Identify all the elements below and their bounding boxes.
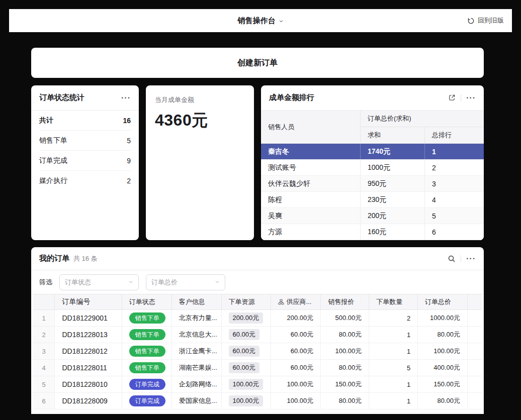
spacer-cell [468, 343, 482, 359]
order-qty: 1 [369, 327, 418, 343]
status-count: 5 [127, 137, 131, 145]
orders-table: 订单编号 订单状态 客户信息 下单资源 供应商... 销售报价 下单数量 订单总… [33, 294, 482, 409]
order-table-row[interactable]: 3 DD181228012 销售下单 浙江金鹰卡... 60.00元 60.00… [33, 343, 482, 360]
resource-pill: 100.00元 [229, 379, 264, 390]
col-resource[interactable]: 下单资源 [222, 294, 272, 309]
order-sum: 160元 [361, 224, 425, 240]
col-supplier[interactable]: 供应商... [271, 294, 321, 309]
status-badge: 订单完成 [129, 379, 165, 390]
col-status[interactable]: 订单状态 [122, 294, 172, 309]
ranking-row[interactable]: 秦吉冬 1740元 1 [261, 144, 484, 160]
status-cell: 销售下单 [122, 327, 172, 343]
resource-cell: 200.00元 [222, 310, 272, 326]
status-label: 销售下单 [39, 136, 67, 145]
row-index: 1 [33, 310, 55, 326]
customer-info: 企划路网络... [172, 376, 222, 392]
col-supplier-label: 供应商... [286, 297, 311, 306]
sales-quote: 80.00元 [321, 393, 369, 409]
ranking-table-header: 销售人员 订单总价(求和) 求和 总排行 [261, 111, 484, 144]
more-menu-icon[interactable]: ··· [466, 255, 476, 263]
month-amount-value: 4360元 [155, 110, 245, 132]
ranking-row[interactable]: 伙伴云魏少轩 950元 3 [261, 176, 484, 192]
order-table-row[interactable]: 5 DD181228010 订单完成 企划路网络... 100.00元 100.… [33, 376, 482, 393]
create-order-label: 创建新订单 [237, 58, 278, 68]
export-icon[interactable] [448, 94, 456, 101]
order-table-row[interactable]: 1 DD181229001 销售下单 北京有力量... 200.00元 200.… [33, 310, 482, 327]
status-card-header: 订单状态统计 ··· [31, 85, 139, 111]
create-order-button[interactable]: 创建新订单 [31, 48, 484, 78]
order-table-row[interactable]: 2 DD181228013 销售下单 北京信息大... 60.00元 60.00… [33, 327, 482, 343]
col-customer[interactable]: 客户信息 [172, 294, 222, 309]
more-menu-icon[interactable]: ··· [466, 94, 476, 102]
rank-value: 1 [425, 144, 484, 159]
app-title-dropdown[interactable]: 销售操作台 [238, 16, 284, 26]
supplier-quote: 60.00元 [271, 360, 321, 376]
spacer-cell [468, 327, 482, 343]
more-menu-icon[interactable]: ··· [121, 94, 131, 102]
row-index: 5 [33, 376, 55, 392]
order-qty: 2 [369, 310, 418, 326]
order-sum: 1000元 [361, 160, 425, 175]
order-number: DD181228011 [55, 360, 122, 376]
salesperson-name: 秦吉冬 [261, 144, 361, 159]
status-label: 订单完成 [39, 156, 67, 165]
order-sum: 950元 [361, 176, 425, 191]
status-badge: 销售下单 [129, 312, 165, 324]
back-to-old-version-label: 回到旧版 [478, 16, 504, 25]
status-count: 9 [127, 157, 131, 165]
ranking-row[interactable]: 吴爽 200元 5 [261, 208, 484, 224]
order-qty: 1 [369, 343, 418, 359]
col-quote[interactable]: 销售报价 [321, 294, 369, 309]
salesperson-name: 陈程 [261, 192, 361, 207]
ranking-card-header: 成单金额排行 ··· [261, 85, 484, 111]
customer-info: 北京有力量... [172, 310, 222, 326]
resource-pill: 200.00元 [229, 312, 264, 324]
status-badge: 订单完成 [129, 395, 165, 406]
ranking-row[interactable]: 方源 160元 6 [261, 224, 484, 240]
order-total-filter-select[interactable]: 订单总价 [146, 274, 225, 290]
order-number: DD181228013 [55, 327, 122, 343]
salesperson-name: 伙伴云魏少轩 [261, 176, 361, 191]
col-total[interactable]: 订单总价 [418, 294, 468, 309]
col-order-no[interactable]: 订单编号 [55, 294, 122, 309]
ranking-row[interactable]: 测试账号 1000元 2 [261, 160, 484, 176]
ranking-table-body: 秦吉冬 1740元 1 测试账号 1000元 2 伙伴云魏少轩 950元 3 陈… [261, 144, 484, 240]
hierarchy-icon [278, 299, 284, 305]
divider [461, 94, 461, 101]
order-qty: 5 [369, 360, 418, 376]
order-total: 80.00元 [418, 327, 468, 343]
order-qty: 1 [369, 376, 418, 392]
spacer-cell [468, 393, 482, 409]
status-cell: 销售下单 [122, 343, 172, 359]
col-order-total-sum-group: 订单总价(求和) [361, 111, 484, 127]
order-status-filter-placeholder: 订单状态 [65, 278, 91, 287]
order-total: 1000.00元 [418, 310, 468, 326]
ranking-row[interactable]: 陈程 230元 4 [261, 192, 484, 208]
order-status-filter-select[interactable]: 订单状态 [59, 274, 139, 290]
back-to-old-version-link[interactable]: 回到旧版 [467, 16, 504, 25]
order-total-filter-placeholder: 订单总价 [151, 278, 178, 287]
status-label: 共计 [39, 116, 53, 125]
history-icon [467, 17, 475, 25]
resource-pill: 60.00元 [229, 346, 260, 357]
app-title: 销售操作台 [238, 16, 276, 26]
order-table-row[interactable]: 4 DD181228011 销售下单 湖南芒果娱... 60.00元 60.00… [33, 360, 482, 376]
sales-quote: 100.00元 [321, 343, 369, 359]
status-row-media[interactable]: 媒介执行 2 [39, 171, 131, 191]
status-row-total[interactable]: 共计 16 [39, 111, 131, 131]
status-badge: 销售下单 [129, 329, 165, 340]
supplier-quote: 200.00元 [271, 310, 321, 326]
search-icon[interactable] [448, 255, 456, 263]
status-row-complete[interactable]: 订单完成 9 [39, 151, 131, 171]
row-index: 3 [33, 343, 55, 359]
status-row-sales[interactable]: 销售下单 5 [39, 131, 131, 151]
status-count: 16 [123, 117, 131, 125]
order-table-row[interactable]: 6 DD181228009 订单完成 爱国家信息... 100.00元 100.… [33, 393, 482, 409]
customer-info: 北京信息大... [172, 327, 222, 343]
supplier-quote: 60.00元 [271, 327, 321, 343]
status-count: 2 [127, 177, 131, 185]
ranking-card-title: 成单金额排行 [269, 93, 314, 102]
supplier-quote: 100.00元 [271, 376, 321, 392]
spacer-cell [468, 376, 482, 392]
col-qty[interactable]: 下单数量 [369, 294, 418, 309]
